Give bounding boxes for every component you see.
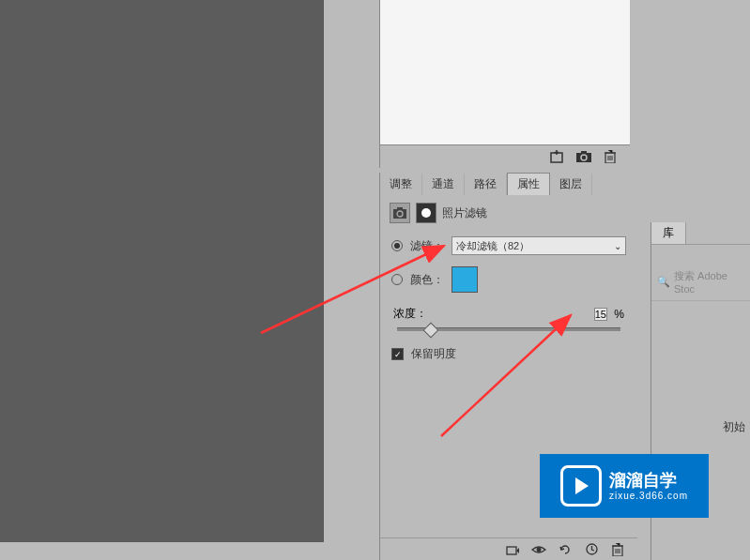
- visibility-icon[interactable]: [530, 542, 547, 557]
- library-init-text: 初始: [723, 419, 745, 435]
- trash-icon[interactable]: [602, 149, 619, 164]
- canvas-area: [0, 0, 324, 542]
- svg-rect-8: [507, 547, 516, 554]
- properties-footer: [380, 537, 637, 560]
- pin-icon[interactable]: [504, 542, 521, 557]
- filter-select[interactable]: 冷却滤镜（82） ⌄: [452, 236, 626, 255]
- preserve-luminosity-checkbox[interactable]: ✓: [391, 348, 404, 360]
- search-icon: 🔍: [657, 276, 670, 288]
- tab-libraries[interactable]: 库: [651, 222, 686, 244]
- new-file-icon[interactable]: [549, 149, 566, 164]
- camera-icon[interactable]: [575, 149, 592, 164]
- search-input[interactable]: 搜索 Adobe Stoc: [674, 269, 744, 295]
- clock-icon[interactable]: [583, 542, 600, 557]
- color-row: 颜色：: [380, 261, 637, 298]
- panel-tab-bar: 调整 通道 路径 属性 图层: [379, 173, 637, 195]
- svg-point-9: [537, 547, 542, 552]
- layer-mask-icon[interactable]: [416, 203, 436, 223]
- chevron-down-icon: ⌄: [614, 241, 621, 251]
- density-unit: %: [614, 308, 624, 321]
- tab-path[interactable]: 路径: [465, 174, 507, 195]
- watermark-brand: 溜溜自学: [609, 471, 688, 492]
- tab-layers[interactable]: 图层: [550, 174, 592, 195]
- preserve-luminosity-row: ✓ 保留明度: [380, 339, 637, 370]
- color-radio[interactable]: [391, 274, 403, 285]
- properties-title: 照片滤镜: [442, 205, 487, 221]
- properties-header: 照片滤镜: [380, 195, 637, 231]
- filter-select-value: 冷却滤镜（82）: [456, 239, 529, 253]
- filter-radio[interactable]: [391, 240, 403, 251]
- watermark-play-icon: [560, 465, 602, 507]
- trash-icon[interactable]: [609, 542, 626, 557]
- color-label: 颜色：: [410, 272, 448, 288]
- preserve-luminosity-label: 保留明度: [411, 346, 456, 362]
- svg-rect-3: [581, 151, 587, 154]
- watermark-url: zixue.3d66.com: [609, 491, 688, 501]
- color-swatch[interactable]: [452, 266, 478, 293]
- tab-channel[interactable]: 通道: [422, 174, 465, 195]
- libraries-tab-row: 库: [651, 222, 750, 245]
- density-row: 浓度： 15 %: [380, 298, 637, 339]
- tab-properties[interactable]: 属性: [507, 173, 550, 195]
- adjustment-layer-icon: [390, 203, 410, 223]
- tab-adjust[interactable]: 调整: [380, 174, 422, 195]
- svg-rect-7: [397, 207, 403, 210]
- slider-thumb[interactable]: [422, 323, 438, 339]
- search-row: 🔍 搜索 Adobe Stoc: [651, 264, 750, 301]
- filter-label: 滤镜：: [410, 238, 448, 254]
- reset-icon[interactable]: [557, 542, 574, 557]
- density-slider[interactable]: [397, 327, 620, 331]
- density-label: 浓度：: [393, 306, 427, 322]
- filter-row: 滤镜： 冷却滤镜（82） ⌄: [380, 231, 637, 261]
- density-input[interactable]: 15: [594, 308, 607, 321]
- document-preview-panel: [379, 0, 630, 145]
- doc-footer-toolbar: [379, 145, 630, 168]
- watermark: 溜溜自学 zixue.3d66.com: [540, 454, 709, 518]
